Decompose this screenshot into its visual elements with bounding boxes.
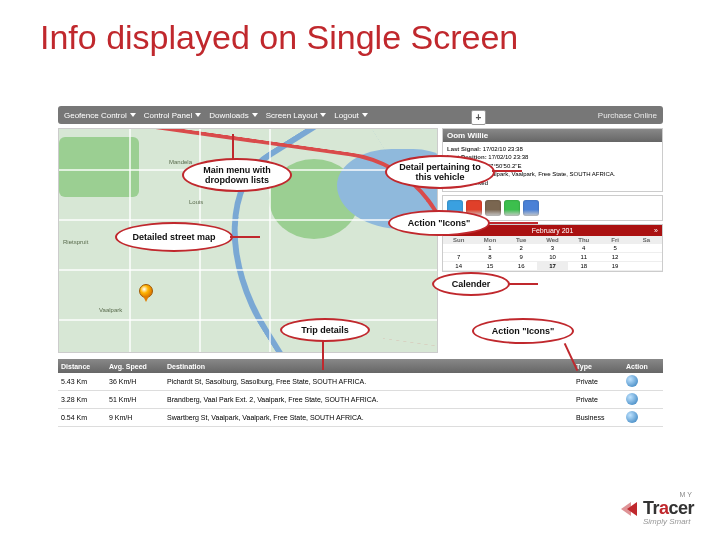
- menu-control-panel[interactable]: Control Panel: [141, 111, 204, 120]
- trip-type: Private: [573, 378, 623, 385]
- action-icon[interactable]: [504, 200, 520, 216]
- calendar-day[interactable]: 17: [537, 262, 568, 271]
- calendar-dow: Wed: [537, 236, 568, 244]
- calendar-dow: Tue: [506, 236, 537, 244]
- callout-pointer: [230, 236, 260, 238]
- action-icon[interactable]: [485, 200, 501, 216]
- map-place-label: Vaalpark: [99, 307, 122, 313]
- trip-row: 0.54 Km9 Km/HSwartberg St, Vaalpark, Vaa…: [58, 409, 663, 427]
- menu-label: Control Panel: [144, 111, 192, 120]
- calendar-day[interactable]: 7: [443, 253, 474, 262]
- globe-icon: [626, 375, 638, 387]
- calendar-day[interactable]: 10: [537, 253, 568, 262]
- caret-down-icon: [362, 113, 368, 117]
- calendar-day[interactable]: 2: [506, 244, 537, 253]
- menu-logout[interactable]: Logout: [331, 111, 370, 120]
- callout-action-icons: Action "Icons": [388, 210, 490, 236]
- menu-downloads[interactable]: Downloads: [206, 111, 261, 120]
- trip-row: 5.43 Km36 Km/HPichardt St, Sasolburg, Sa…: [58, 373, 663, 391]
- calendar-day: [631, 253, 662, 262]
- callout-pointer: [232, 134, 234, 160]
- vehicle-last-signal: Last Signal: 17/02/10 23:38: [447, 145, 658, 153]
- caret-down-icon: [320, 113, 326, 117]
- caret-down-icon: [195, 113, 201, 117]
- trip-destination: Brandberg, Vaal Park Ext. 2, Vaalpark, F…: [164, 396, 573, 403]
- globe-icon: [626, 411, 638, 423]
- col-speed: Avg. Speed: [106, 363, 164, 370]
- trip-distance: 5.43 Km: [58, 378, 106, 385]
- callout-pointer: [492, 170, 522, 172]
- calendar-day[interactable]: 1: [474, 244, 505, 253]
- menu-geofence[interactable]: Geofence Control: [61, 111, 139, 120]
- menu-purchase-online[interactable]: Purchase Online: [595, 111, 660, 120]
- calendar-day[interactable]: 12: [599, 253, 630, 262]
- callout-calendar: Calender: [432, 272, 510, 296]
- callout-street-map: Detailed street map: [115, 222, 233, 252]
- calendar-next-button[interactable]: »: [650, 227, 662, 234]
- globe-icon: [626, 393, 638, 405]
- calendar-title: February 201: [532, 227, 574, 234]
- caret-down-icon: [252, 113, 258, 117]
- calendar-day[interactable]: 15: [474, 262, 505, 271]
- trip-row: 3.28 Km51 Km/HBrandberg, Vaal Park Ext. …: [58, 391, 663, 409]
- chevron-icon: [621, 502, 631, 516]
- vehicle-panel-title: Oom Willie: [443, 129, 662, 142]
- menu-label: Geofence Control: [64, 111, 127, 120]
- calendar-dow: Sa: [631, 236, 662, 244]
- calendar-day[interactable]: 11: [568, 253, 599, 262]
- trip-destination: Pichardt St, Sasolburg, Sasolburg, Free …: [164, 378, 573, 385]
- trip-distance: 0.54 Km: [58, 414, 106, 421]
- callout-vehicle-detail: Detail pertaining to this vehicle: [385, 155, 495, 189]
- calendar-day[interactable]: 16: [506, 262, 537, 271]
- callout-trip-details: Trip details: [280, 318, 370, 342]
- calendar-day[interactable]: 3: [537, 244, 568, 253]
- map-place-label: Mandela: [169, 159, 192, 165]
- caret-down-icon: [130, 113, 136, 117]
- callout-pointer: [508, 283, 538, 285]
- trip-table-body: 5.43 Km36 Km/HPichardt St, Sasolburg, Sa…: [58, 373, 663, 427]
- calendar-day: [631, 244, 662, 253]
- main-menubar: Geofence Control Control Panel Downloads…: [58, 106, 663, 124]
- calendar-grid: SunMonTueWedThuFriSa12345 789101112 1415…: [443, 236, 662, 271]
- menu-label: Downloads: [209, 111, 249, 120]
- trip-type: Private: [573, 396, 623, 403]
- menu-screen-layout[interactable]: Screen Layout: [263, 111, 330, 120]
- trip-destination: Swartberg St, Vaalpark, Vaalpark, Free S…: [164, 414, 573, 421]
- action-icon[interactable]: [523, 200, 539, 216]
- calendar-dow: Sun: [443, 236, 474, 244]
- callout-pointer: [488, 222, 538, 224]
- app-screenshot: Geofence Control Control Panel Downloads…: [58, 106, 663, 426]
- col-action: Action: [623, 363, 663, 370]
- trip-speed: 51 Km/H: [106, 396, 164, 403]
- calendar-day[interactable]: 19: [599, 262, 630, 271]
- trip-action[interactable]: [623, 411, 663, 424]
- callout-main-menu: Main menu with dropdown lists: [182, 158, 292, 192]
- col-type: Type: [573, 363, 623, 370]
- trip-speed: 36 Km/H: [106, 378, 164, 385]
- callout-action-icons-2: Action "Icons": [472, 318, 574, 344]
- map-vehicle-pin[interactable]: [139, 284, 153, 298]
- brand-name: Tracer: [643, 498, 694, 519]
- menu-label: Screen Layout: [266, 111, 318, 120]
- trip-action[interactable]: [623, 375, 663, 388]
- slide-title: Info displayed on Single Screen: [0, 0, 720, 67]
- calendar-day[interactable]: 5: [599, 244, 630, 253]
- col-distance: Distance: [58, 363, 106, 370]
- calendar-dow: Mon: [474, 236, 505, 244]
- calendar-day: [443, 244, 474, 253]
- calendar-dow: Fri: [599, 236, 630, 244]
- menu-label: Purchase Online: [598, 111, 657, 120]
- trip-type: Business: [573, 414, 623, 421]
- trip-action[interactable]: [623, 393, 663, 406]
- calendar-day[interactable]: 18: [568, 262, 599, 271]
- calendar-day[interactable]: 9: [506, 253, 537, 262]
- map-road: [59, 319, 437, 321]
- calendar-day: [631, 262, 662, 271]
- calendar-day[interactable]: 8: [474, 253, 505, 262]
- footer-logo: MY Tracer Simply Smart: [621, 491, 694, 526]
- map-place-label: Rietspruit: [63, 239, 88, 245]
- callout-pointer: [322, 340, 324, 370]
- calendar-day[interactable]: 14: [443, 262, 474, 271]
- map-zoom-in-button[interactable]: +: [471, 110, 486, 125]
- calendar-day[interactable]: 4: [568, 244, 599, 253]
